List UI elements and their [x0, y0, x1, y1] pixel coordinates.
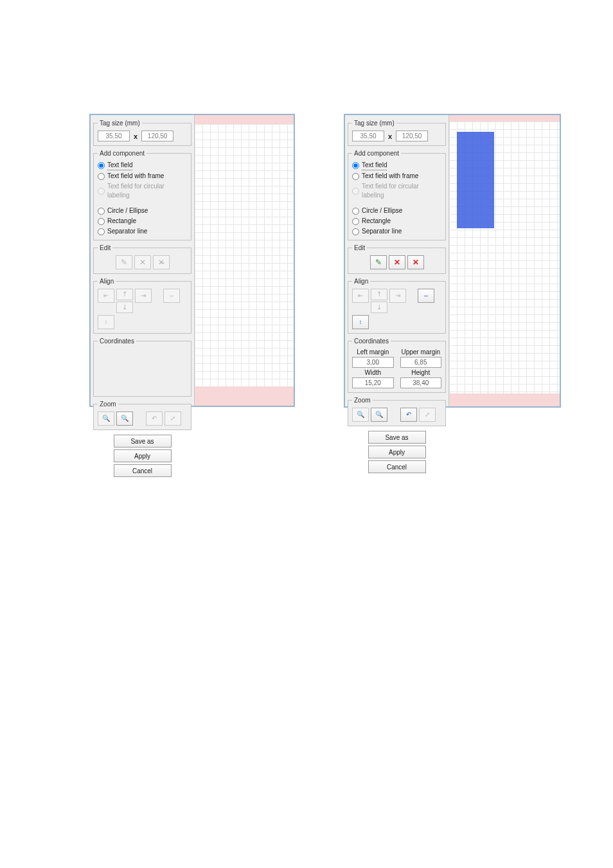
radio-separator-line-input[interactable]: [98, 228, 105, 235]
coordinates-group: Coordinates Left margin Upper margin Wid…: [348, 338, 446, 393]
radio-separator-line-input[interactable]: [352, 228, 359, 235]
add-component-radios: Text field Text field with frame Text fi…: [352, 161, 441, 236]
edit-button[interactable]: ✎: [370, 255, 387, 269]
width-label: Width: [352, 369, 394, 376]
cancel-button[interactable]: Cancel: [368, 460, 426, 473]
coordinates-group: Coordinates: [93, 338, 191, 397]
radio-text-circular: Text field for circular labeling: [352, 182, 441, 200]
radio-text-field-input[interactable]: [98, 162, 105, 169]
zoom-in-icon: 🔍: [121, 415, 129, 422]
radio-text-field-frame-input[interactable]: [98, 173, 105, 180]
radio-text-field[interactable]: Text field: [98, 161, 187, 170]
delete-icon: ✕: [139, 258, 146, 266]
apply-button[interactable]: Apply: [114, 449, 172, 462]
tag-size-group: Tag size (mm) x: [348, 120, 446, 146]
align-right-button: ⇥: [135, 289, 152, 303]
zoom-group: Zoom 🔍 🔍 ↶ ⤢: [93, 401, 191, 430]
add-component-legend: Add component: [98, 150, 147, 157]
upper-margin-input[interactable]: [400, 357, 442, 368]
save-as-button[interactable]: Save as: [114, 435, 172, 448]
design-canvas[interactable]: [449, 115, 560, 406]
radio-separator-line[interactable]: Separator line: [98, 227, 187, 236]
tag-width-input: [352, 131, 384, 141]
apply-button[interactable]: Apply: [368, 446, 426, 458]
zoom-group: Zoom 🔍 🔍 ↶ ⤢: [348, 397, 446, 426]
center-vert-button: ↕: [98, 315, 114, 329]
radio-rectangle-input[interactable]: [352, 218, 359, 225]
zoom-in-icon: 🔍: [375, 411, 383, 418]
canvas-grid: [195, 124, 294, 386]
add-component-group: Add component Text field Text field with…: [93, 150, 191, 240]
align-right-button: ⇥: [389, 289, 406, 303]
coordinates-legend: Coordinates: [98, 338, 136, 345]
delete-all-icon: ✕: [413, 258, 419, 266]
upper-margin-label: Upper margin: [400, 348, 442, 356]
center-horiz-button: ↔: [163, 289, 180, 303]
height-input[interactable]: [400, 377, 442, 388]
coordinates-empty: [98, 348, 187, 392]
tag-height-input: [396, 131, 428, 141]
undo-icon: ↶: [152, 415, 157, 422]
zoom-fit-icon: ⤢: [425, 411, 430, 418]
align-left-button: ⇤: [98, 289, 114, 303]
radio-text-field[interactable]: Text field: [352, 161, 441, 170]
radio-rectangle[interactable]: Rectangle: [98, 217, 187, 226]
add-component-group: Add component Text field Text field with…: [348, 150, 446, 240]
align-legend: Align: [98, 278, 116, 285]
radio-circle-ellipse-input[interactable]: [98, 208, 105, 215]
left-margin-input[interactable]: [352, 357, 394, 368]
edit-group: Edit ✎ ✕ ✕̶: [93, 244, 191, 274]
radio-circle-ellipse[interactable]: Circle / Ellipse: [352, 206, 441, 215]
selected-component[interactable]: [457, 132, 494, 228]
edit-button: ✎: [116, 255, 132, 269]
center-vert-button[interactable]: ↕: [352, 315, 369, 329]
edit-legend: Edit: [352, 244, 367, 251]
editor-window-2: Tag size (mm) x Add component Text field…: [344, 114, 561, 408]
radio-text-field-frame[interactable]: Text field with frame: [98, 172, 187, 181]
tag-size-group: Tag size (mm) x: [93, 120, 191, 146]
save-as-button[interactable]: Save as: [368, 431, 426, 444]
width-input[interactable]: [352, 377, 394, 388]
zoom-in-button[interactable]: 🔍: [371, 408, 387, 422]
radio-text-circular-input: [98, 188, 105, 195]
radio-text-circular-input: [352, 188, 359, 195]
align-left-icon: ⇤: [103, 293, 109, 299]
left-margin-label: Left margin: [352, 348, 394, 356]
radio-text-field-input[interactable]: [352, 162, 359, 169]
cancel-button[interactable]: Cancel: [114, 464, 172, 477]
zoom-out-icon: 🔍: [102, 415, 110, 422]
delete-all-button[interactable]: ✕: [407, 255, 424, 269]
tag-height-input: [141, 131, 173, 141]
control-panel: Tag size (mm) x Add component Text field…: [345, 115, 449, 406]
align-right-icon: ⇥: [395, 293, 400, 299]
radio-text-field-frame-input[interactable]: [352, 173, 359, 180]
coordinates-legend: Coordinates: [352, 338, 391, 345]
radio-circle-ellipse[interactable]: Circle / Ellipse: [98, 206, 187, 215]
align-group: Align ⇤ ⤒ ⤓ ⇥ ↔ ↕: [348, 278, 446, 334]
radio-text-field-frame[interactable]: Text field with frame: [352, 172, 441, 181]
add-component-radios: Text field Text field with frame Text fi…: [98, 161, 187, 236]
height-label: Height: [400, 369, 442, 376]
zoom-in-button[interactable]: 🔍: [116, 411, 133, 426]
radio-separator-line[interactable]: Separator line: [352, 227, 441, 236]
radio-rectangle[interactable]: Rectangle: [352, 217, 441, 226]
radio-rectangle-input[interactable]: [98, 218, 105, 225]
control-panel: Tag size (mm) x Add component Text field…: [91, 115, 195, 406]
tag-size-legend: Tag size (mm): [98, 120, 142, 127]
align-top-icon: ⤒: [122, 291, 127, 298]
tag-width-input: [98, 131, 130, 141]
radio-circle-ellipse-input[interactable]: [352, 208, 359, 215]
center-horiz-icon: ↔: [168, 293, 175, 299]
align-legend: Align: [352, 278, 370, 285]
align-bottom-button: ⤓: [116, 302, 133, 313]
center-horiz-icon: ↔: [423, 293, 429, 299]
design-canvas[interactable]: [195, 115, 294, 406]
edit-legend: Edit: [98, 244, 112, 251]
undo-button[interactable]: ↶: [400, 408, 417, 422]
align-top-button: ⤒: [371, 289, 387, 300]
center-horiz-button[interactable]: ↔: [418, 289, 434, 303]
delete-button[interactable]: ✕: [389, 255, 405, 269]
tag-size-separator: x: [134, 132, 138, 140]
delete-all-button: ✕̶: [153, 255, 170, 269]
tag-size-legend: Tag size (mm): [352, 120, 396, 127]
